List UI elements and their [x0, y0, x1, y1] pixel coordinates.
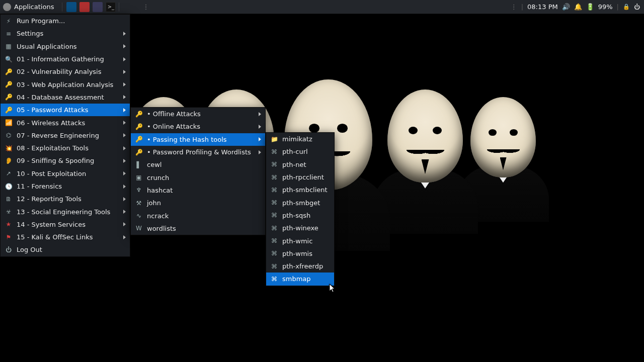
applications-menu-item[interactable]: 🗎12 - Reporting Tools	[1, 193, 130, 205]
submenu-arrow-icon	[123, 197, 126, 201]
applications-menu-item[interactable]: 🔍01 - Information Gathering	[1, 53, 130, 65]
password-attacks-item[interactable]: ▌cewl	[131, 158, 265, 171]
applications-menu-item[interactable]: 🔑02 - Vulnerability Analysis	[1, 65, 130, 78]
battery-icon[interactable]: 🔋	[586, 3, 594, 11]
launcher-files-icon[interactable]	[66, 2, 76, 12]
menu-item-icon: 🔑	[135, 110, 143, 118]
volume-icon[interactable]: 🔊	[562, 3, 570, 11]
applications-menu-item[interactable]: ▦Usual Applications	[1, 40, 130, 53]
menu-item-icon: 🕓	[5, 183, 13, 191]
pth-tools-item[interactable]: ⌘pth-rpcclient	[266, 171, 334, 184]
pth-tools-item[interactable]: ⌘pth-smbclient	[266, 184, 334, 196]
menu-item-icon: ⚒	[135, 199, 143, 207]
pth-tools-item[interactable]: ⌘pth-xfreerdp	[266, 260, 334, 273]
password-attacks-item[interactable]: 🔑• Online Attacks	[131, 120, 265, 133]
launcher-folder-icon[interactable]	[79, 2, 90, 12]
pth-tools-item[interactable]: ⌘pth-winexe	[266, 222, 334, 234]
menu-item-icon: ⌘	[270, 249, 278, 257]
applications-menu-button[interactable]: Applications	[0, 0, 59, 14]
clock[interactable]: 08:13 PM	[527, 3, 558, 11]
password-attacks-item[interactable]: 🔑• Offline Attacks	[131, 108, 265, 120]
menu-item-label: 13 - Social Engineering Tools	[17, 208, 110, 216]
applications-menu-item[interactable]: 👂09 - Sniffing & Spoofing	[1, 154, 130, 167]
applications-menu-item[interactable]: 🔑05 - Password Attacks	[1, 104, 130, 116]
drag-handle-icon: ⋮	[142, 3, 149, 11]
menu-item-icon: ★	[5, 220, 13, 228]
applications-menu-item[interactable]: 🔑03 - Web Application Analysis	[1, 78, 130, 90]
menu-item-label: mimikatz	[282, 135, 312, 143]
pth-tools-item[interactable]: ⌘pth-net	[266, 158, 334, 171]
password-attacks-item[interactable]: ♆hashcat	[131, 184, 265, 197]
kali-icon	[3, 3, 11, 11]
applications-menu-item[interactable]: ↗10 - Post Exploitation	[1, 167, 130, 180]
applications-menu-item[interactable]: ★14 - System Services	[1, 218, 130, 231]
submenu-arrow-icon	[259, 150, 261, 154]
menu-item-label: cewl	[147, 161, 162, 168]
applications-menu-item[interactable]: ⌬07 - Reverse Engineering	[1, 129, 130, 142]
pth-tools-item[interactable]: ⌘pth-smbget	[266, 196, 334, 209]
pth-tools-item[interactable]: ⌘pth-wmic	[266, 234, 334, 247]
menu-item-label: Log Out	[17, 246, 42, 253]
menu-item-label: Run Program...	[17, 17, 65, 25]
menu-item-icon: 🔑	[5, 93, 13, 101]
menu-item-icon: ⌘	[270, 186, 278, 194]
menu-item-label: crunch	[147, 174, 169, 182]
submenu-arrow-icon	[259, 125, 261, 129]
applications-menu-item[interactable]: 🕓11 - Forensics	[1, 180, 130, 193]
pth-tools-item[interactable]: 📁mimikatz	[266, 133, 334, 145]
submenu-arrow-icon	[123, 146, 126, 150]
submenu-arrow-icon	[123, 108, 126, 112]
menu-item-icon: ∿	[135, 212, 143, 220]
menu-item-icon: ⌘	[270, 224, 278, 232]
menu-item-icon: 🔍	[5, 55, 13, 63]
password-attacks-item[interactable]: ▣crunch	[131, 171, 265, 184]
applications-menu-item[interactable]: ⚑15 - Kali & OffSec Links	[1, 231, 130, 243]
menu-item-label: pth-sqsh	[282, 212, 310, 219]
power-icon[interactable]: ⏻	[634, 4, 640, 11]
applications-menu-item[interactable]: 📶06 - Wireless Attacks	[1, 116, 130, 129]
menu-item-icon: ⚑	[5, 233, 13, 241]
submenu-arrow-icon	[123, 185, 126, 189]
applications-menu-item[interactable]: 🔑04 - Database Assessment	[1, 91, 130, 104]
pth-tools-item[interactable]: ⌘pth-wmis	[266, 247, 334, 260]
menu-item-icon: ⌘	[270, 160, 278, 168]
pth-tools-item[interactable]: ⌘pth-sqsh	[266, 209, 334, 222]
menu-item-label: pth-smbclient	[282, 186, 328, 194]
password-attacks-item[interactable]: Wwordlists	[131, 222, 265, 235]
menu-item-icon: 🗎	[5, 195, 13, 203]
menu-item-icon: 🔑	[135, 123, 143, 131]
menu-item-label: 07 - Reverse Engineering	[17, 132, 99, 139]
menu-item-label: 03 - Web Application Analysis	[17, 81, 113, 88]
applications-menu-item[interactable]: ⏻Log Out	[1, 243, 130, 256]
launcher-media-icon[interactable]	[93, 2, 103, 12]
menu-item-label: 05 - Password Attacks	[17, 106, 89, 114]
menu-item-icon: 💥	[5, 144, 13, 152]
launcher-terminal-icon[interactable]: >_	[106, 2, 116, 12]
menu-item-label: pth-wmic	[282, 237, 312, 245]
submenu-arrow-icon	[123, 159, 126, 163]
applications-menu-item[interactable]: ≡Settings	[1, 27, 130, 40]
menu-item-icon: ⌘	[270, 173, 278, 182]
menu-item-icon: 🔑	[135, 135, 143, 143]
menu-item-icon: ☣	[5, 208, 13, 216]
menu-item-icon: ⌘	[270, 211, 278, 219]
menu-item-icon: ⏻	[5, 246, 13, 254]
password-attacks-item[interactable]: 🔑• Passing the Hash tools	[131, 133, 265, 146]
password-attacks-item[interactable]: 🔑• Password Profiling & Wordlists	[131, 146, 265, 158]
separator	[62, 3, 62, 12]
lock-icon[interactable]: 🔒	[623, 4, 630, 10]
applications-menu-item[interactable]: 💥08 - Exploitation Tools	[1, 142, 130, 154]
applications-menu-item[interactable]: ☣13 - Social Engineering Tools	[1, 205, 130, 218]
password-attacks-item[interactable]: ∿ncrack	[131, 209, 265, 222]
menu-item-icon: 🔑	[5, 68, 13, 76]
pth-tools-item[interactable]: ⌘pth-curl	[266, 145, 334, 158]
submenu-arrow-icon	[123, 222, 126, 226]
drag-handle-icon: ⋮	[511, 3, 517, 11]
submenu-arrow-icon	[123, 235, 126, 239]
notifications-icon[interactable]: 🔔	[574, 3, 582, 11]
menu-item-label: pth-net	[282, 161, 306, 168]
applications-menu-item[interactable]: ⚡Run Program...	[1, 15, 130, 27]
menu-item-label: hashcat	[147, 187, 173, 194]
password-attacks-item[interactable]: ⚒john	[131, 197, 265, 209]
pth-tools-item[interactable]: ⌘smbmap	[266, 273, 334, 285]
